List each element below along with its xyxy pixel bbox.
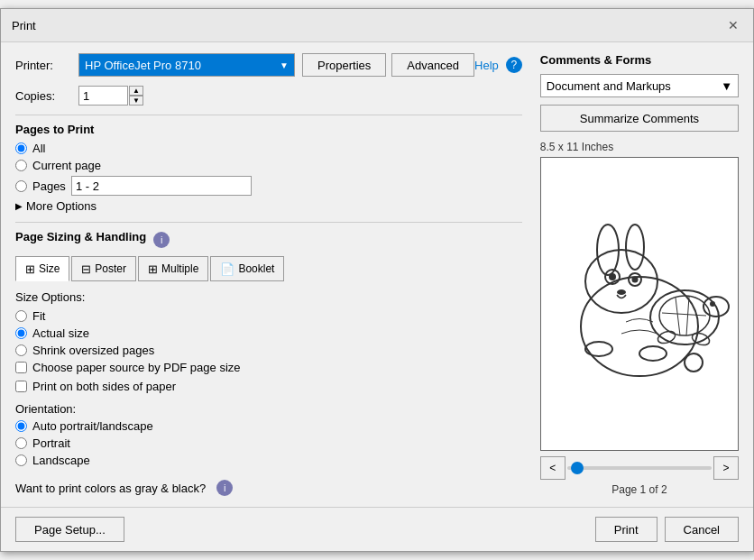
dialog-body: Printer: HP OfficeJet Pro 8710 ▼ Propert… xyxy=(1,42,753,507)
printer-row: Printer: HP OfficeJet Pro 8710 ▼ Propert… xyxy=(15,53,522,77)
tab-poster-label: Poster xyxy=(95,262,126,275)
dialog-title: Print xyxy=(12,19,36,32)
landscape-row: Landscape xyxy=(15,454,522,467)
more-options-toggle[interactable]: ▶ More Options xyxy=(15,199,522,213)
page-info: Page 1 of 2 xyxy=(540,483,739,496)
shrink-label: Shrink oversized pages xyxy=(32,344,154,357)
portrait-label: Portrait xyxy=(32,436,70,450)
page-sizing-section: Page Sizing & Handling i ⊞ Size ⊟ Poster… xyxy=(15,230,522,496)
tab-booklet[interactable]: 📄 Booklet xyxy=(210,256,284,281)
choose-paper-checkbox[interactable] xyxy=(15,362,27,373)
tab-bar: ⊞ Size ⊟ Poster ⊞ Multiple 📄 Booklet xyxy=(15,256,522,281)
comments-forms-dropdown[interactable]: Document and Markups ▼ xyxy=(540,74,739,97)
page-sizing-title: Page Sizing & Handling xyxy=(15,230,146,243)
summarize-button[interactable]: Summarize Comments xyxy=(540,105,739,132)
pages-to-print-section: Pages to Print All Current page Pages ▶ … xyxy=(15,123,522,213)
actual-size-radio[interactable] xyxy=(15,327,27,339)
svg-point-6 xyxy=(609,273,616,280)
all-radio-row: All xyxy=(15,142,522,155)
choose-paper-row: Choose paper source by PDF page size xyxy=(15,361,522,374)
print-button[interactable]: Print xyxy=(595,517,657,542)
copies-up-button[interactable]: ▲ xyxy=(129,86,143,96)
choose-paper-label: Choose paper source by PDF page size xyxy=(32,361,241,374)
divider-1 xyxy=(15,115,522,115)
svg-point-16 xyxy=(710,301,715,307)
pages-radio-row: Pages xyxy=(15,176,522,196)
fit-label: Fit xyxy=(32,309,45,323)
pages-label: Pages xyxy=(32,179,66,193)
printer-label: Printer: xyxy=(15,59,78,72)
booklet-tab-icon: 📄 xyxy=(220,262,234,276)
portrait-row: Portrait xyxy=(15,436,522,450)
copies-spinner: ▲ ▼ xyxy=(129,86,143,106)
preview-image xyxy=(549,182,730,426)
help-icon[interactable]: ? xyxy=(506,57,522,73)
tab-poster[interactable]: ⊟ Poster xyxy=(71,256,136,281)
right-panel: Comments & Forms Document and Markups ▼ … xyxy=(540,53,739,496)
print-colors-info-icon[interactable]: i xyxy=(216,480,233,496)
copies-down-button[interactable]: ▼ xyxy=(129,96,143,106)
tab-size-label: Size xyxy=(39,262,60,275)
tab-booklet-label: Booklet xyxy=(238,262,274,275)
actual-size-radio-row: Actual size xyxy=(15,326,522,340)
orientation-title: Orientation: xyxy=(15,402,522,416)
page-slider[interactable] xyxy=(566,456,713,480)
print-both-sides-row: Print on both sides of paper xyxy=(15,380,522,393)
page-setup-button[interactable]: Page Setup... xyxy=(15,517,124,542)
tab-size[interactable]: ⊞ Size xyxy=(15,256,69,281)
auto-orientation-row: Auto portrait/landscape xyxy=(15,419,522,433)
auto-orientation-radio[interactable] xyxy=(15,420,27,432)
tab-multiple[interactable]: ⊞ Multiple xyxy=(138,256,208,281)
footer-right: Print Cancel xyxy=(595,517,739,542)
title-bar: Print ✕ xyxy=(1,9,753,42)
size-tab-icon: ⊞ xyxy=(25,262,35,276)
comments-forms-arrow-icon: ▼ xyxy=(721,79,732,93)
preview-size-label: 8.5 x 11 Inches xyxy=(540,141,739,153)
svg-point-8 xyxy=(631,277,638,283)
close-button[interactable]: ✕ xyxy=(724,16,742,34)
all-label: All xyxy=(32,142,45,155)
shrink-radio[interactable] xyxy=(15,344,27,356)
left-panel: Printer: HP OfficeJet Pro 8710 ▼ Propert… xyxy=(15,53,540,496)
auto-orientation-label: Auto portrait/landscape xyxy=(32,419,153,433)
current-page-label: Current page xyxy=(32,159,101,172)
print-dialog: Print ✕ Printer: HP OfficeJet Pro 8710 ▼… xyxy=(0,8,754,552)
orientation-section: Orientation: Auto portrait/landscape Por… xyxy=(15,402,522,467)
more-options-arrow-icon: ▶ xyxy=(15,201,23,211)
print-colors-question: Want to print colors as gray & black? xyxy=(15,482,206,495)
tab-multiple-label: Multiple xyxy=(161,262,198,275)
print-colors-row: Want to print colors as gray & black? i xyxy=(15,480,522,496)
comments-forms-value: Document and Markups xyxy=(547,79,671,93)
properties-button[interactable]: Properties xyxy=(302,53,386,77)
multiple-tab-icon: ⊞ xyxy=(148,262,158,276)
current-page-radio-row: Current page xyxy=(15,159,522,172)
portrait-radio[interactable] xyxy=(15,437,27,449)
dialog-footer: Page Setup... Print Cancel xyxy=(1,507,753,551)
print-both-sides-checkbox[interactable] xyxy=(15,381,27,392)
page-sizing-header: Page Sizing & Handling i xyxy=(15,230,522,249)
divider-2 xyxy=(15,222,522,223)
slider-thumb xyxy=(571,462,584,474)
copies-row: Copies: ▲ ▼ xyxy=(15,86,522,106)
all-radio[interactable] xyxy=(15,142,27,154)
page-sizing-info-icon[interactable]: i xyxy=(153,232,170,248)
prev-page-button[interactable]: < xyxy=(540,456,566,480)
copies-input[interactable] xyxy=(78,86,128,106)
slider-track xyxy=(567,466,712,470)
pages-radio[interactable] xyxy=(15,180,27,192)
landscape-label: Landscape xyxy=(32,454,90,467)
svg-rect-0 xyxy=(549,182,730,426)
svg-point-9 xyxy=(617,289,626,295)
actual-size-label: Actual size xyxy=(32,326,89,340)
print-both-sides-label: Print on both sides of paper xyxy=(32,380,176,393)
next-page-button[interactable]: > xyxy=(713,456,739,480)
cancel-button[interactable]: Cancel xyxy=(665,517,739,542)
help-link[interactable]: Help xyxy=(474,59,499,72)
fit-radio[interactable] xyxy=(15,310,27,322)
current-page-radio[interactable] xyxy=(15,160,27,171)
printer-dropdown[interactable]: HP OfficeJet Pro 8710 ▼ xyxy=(78,53,295,77)
landscape-radio[interactable] xyxy=(15,454,27,466)
pages-input[interactable] xyxy=(71,176,252,196)
advanced-button[interactable]: Advanced xyxy=(391,53,474,77)
size-options-label: Size Options: xyxy=(15,290,522,304)
